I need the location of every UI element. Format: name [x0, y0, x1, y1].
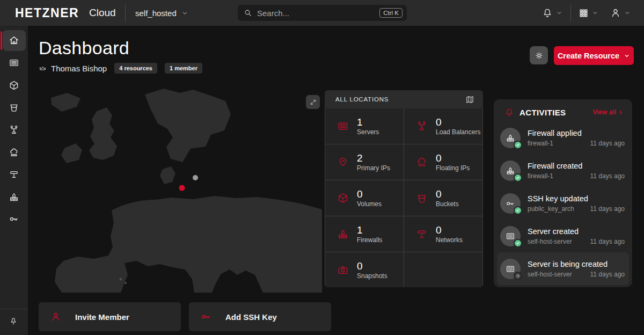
- search-input[interactable]: [257, 9, 379, 18]
- account-menu[interactable]: [610, 0, 631, 26]
- stat-count: 0: [357, 260, 387, 272]
- activity-resource: firewall-1: [528, 140, 590, 147]
- bucket-icon: [416, 192, 428, 204]
- sidebar-item-volumes[interactable]: [9, 80, 19, 91]
- success-check-icon: [514, 173, 522, 182]
- search-icon: [244, 9, 252, 17]
- server-icon: [506, 264, 515, 274]
- ssh-keys-icon: [9, 214, 19, 224]
- activity-item[interactable]: Server created self-host-server 11 days …: [494, 220, 632, 252]
- stat-floating-ips[interactable]: 0Floating IPs: [404, 144, 482, 180]
- map-scandinavia: [145, 89, 231, 162]
- search-shortcut-badge: Ctrl K: [379, 8, 402, 18]
- notifications-menu[interactable]: [542, 0, 562, 26]
- gear-icon: [535, 51, 544, 60]
- load-balancer-icon: [416, 120, 428, 132]
- sidebar-item-buckets[interactable]: [9, 102, 19, 113]
- sidebar-item-ssh-keys[interactable]: [9, 214, 19, 224]
- stat-label: Primary IPs: [357, 164, 390, 172]
- page-title: Dashboard: [39, 38, 129, 59]
- apps-menu[interactable]: [579, 0, 598, 26]
- members-count-badge: 1 member: [165, 63, 202, 74]
- stat-count: 0: [436, 224, 463, 236]
- pin-icon: [9, 317, 19, 326]
- sidebar-pin-toggle[interactable]: [9, 317, 19, 327]
- firewalls-icon: [9, 192, 19, 202]
- create-resource-button[interactable]: Create Resource: [554, 46, 634, 65]
- key-icon: [506, 199, 515, 208]
- add-ssh-key-button[interactable]: Add SSH Key: [189, 302, 331, 331]
- avatar: [500, 226, 521, 246]
- activity-time: 11 days ago: [590, 238, 625, 245]
- resources-count-badge: 4 resources: [114, 63, 157, 74]
- stat-primary-ips[interactable]: 2Primary IPs: [325, 144, 404, 180]
- stat-firewalls[interactable]: 1Firewalls: [325, 216, 404, 252]
- stat-volumes[interactable]: 0Volumes: [325, 180, 404, 216]
- activities-view-all-link[interactable]: View all: [592, 108, 624, 116]
- volume-icon: [337, 192, 349, 204]
- divider: [0, 309, 28, 309]
- activities-title: ACTIVITIES: [519, 108, 587, 117]
- sidebar-item-floating-ips[interactable]: [9, 147, 19, 158]
- avatar: [500, 259, 521, 279]
- map-uk: [89, 107, 117, 160]
- project-settings-button[interactable]: [530, 46, 548, 64]
- networks-icon: [9, 169, 19, 180]
- activity-time: 11 days ago: [590, 172, 625, 180]
- home-icon: [9, 35, 19, 46]
- stat-load-balancers[interactable]: 0Load Balancers: [404, 108, 482, 144]
- locations-header: ALL LOCATIONS: [325, 90, 483, 108]
- map-ireland: [61, 143, 82, 163]
- stat-servers[interactable]: 1Servers: [325, 108, 404, 144]
- map-expand-button[interactable]: [306, 95, 320, 109]
- activity-item[interactable]: SSH key updated public_key_arch 11 days …: [494, 187, 632, 220]
- load-balancers-icon: [9, 125, 19, 135]
- success-check-icon: [514, 206, 522, 215]
- success-check-icon: [514, 141, 522, 149]
- project-name: self_hosted: [135, 9, 177, 18]
- activity-resource: self-host-server: [528, 271, 590, 278]
- sidebar-item-servers[interactable]: [9, 57, 19, 68]
- activity-item[interactable]: Firewall applied firewall-1 11 days ago: [494, 121, 632, 154]
- chevron-down-icon: [624, 10, 631, 16]
- europe-map[interactable]: [32, 86, 322, 293]
- project-selector[interactable]: self_hosted: [135, 0, 188, 26]
- buckets-icon: [9, 102, 19, 113]
- stat-buckets[interactable]: 0Buckets: [404, 180, 482, 216]
- sidebar-item-load-balancers[interactable]: [9, 125, 19, 135]
- stat-empty-cell: [404, 252, 482, 287]
- stat-count: 0: [436, 188, 459, 200]
- floating-ip-icon: [416, 156, 428, 168]
- volumes-icon: [9, 80, 19, 91]
- server-icon: [337, 120, 349, 132]
- stat-snapshots[interactable]: 0Snapshots: [325, 252, 404, 287]
- chevron-down-icon: [556, 10, 562, 16]
- locations-stats-grid: 1Servers 0Load Balancers 2Primary IPs 0F…: [325, 108, 483, 287]
- chevron-down-icon: [624, 53, 630, 59]
- server-icon: [506, 231, 515, 241]
- add-ssh-key-label: Add SSH Key: [225, 312, 277, 322]
- sidebar-item-firewalls[interactable]: [9, 192, 19, 202]
- sidebar-item-dashboard[interactable]: [9, 35, 19, 46]
- user-icon: [50, 311, 61, 322]
- activity-time: 11 days ago: [590, 140, 625, 147]
- divider: [125, 4, 126, 21]
- global-search[interactable]: Ctrl K: [238, 5, 407, 21]
- activity-title: Firewall created: [528, 161, 625, 172]
- stat-networks[interactable]: 0Networks: [404, 216, 482, 252]
- firewall-icon: [506, 133, 515, 143]
- map-iceland: [51, 93, 80, 112]
- activity-item[interactable]: Server is being created self-host-server…: [497, 252, 629, 285]
- invite-member-button[interactable]: Invite Member: [39, 302, 181, 331]
- locations-title: ALL LOCATIONS: [335, 96, 465, 103]
- avatar: [500, 161, 521, 181]
- success-check-icon: [514, 239, 522, 247]
- stat-label: Volumes: [357, 200, 382, 208]
- hetzner-logo[interactable]: HETZNER: [15, 0, 79, 26]
- locations-panel: ALL LOCATIONS 1Servers 0Load Balancers 2…: [325, 90, 483, 287]
- stat-count: 0: [436, 152, 470, 164]
- map-icon[interactable]: [465, 95, 474, 104]
- sidebar-item-networks[interactable]: [9, 169, 19, 180]
- activity-resource: public_key_arch: [528, 205, 590, 213]
- activity-item[interactable]: Firewall created firewall-1 11 days ago: [494, 154, 632, 187]
